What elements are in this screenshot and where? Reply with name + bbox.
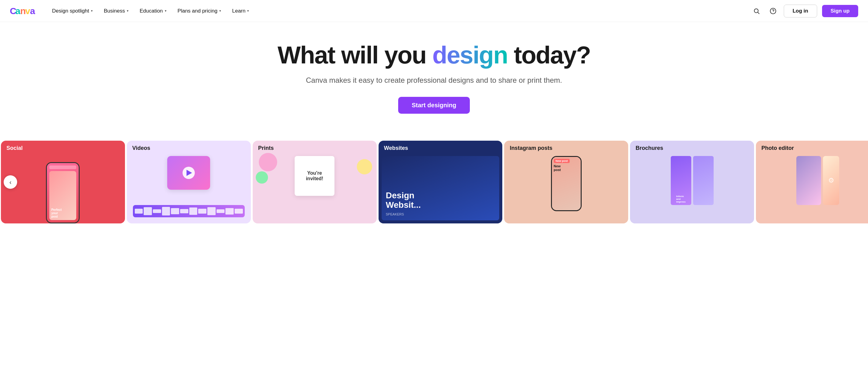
login-label: Log in bbox=[793, 8, 808, 14]
logo[interactable]: C a n v a bbox=[10, 5, 37, 17]
svg-text:a: a bbox=[15, 6, 21, 16]
card-instagram-label: Instagram posts bbox=[504, 141, 628, 156]
nav-education-label: Education bbox=[140, 8, 163, 14]
play-button-icon bbox=[183, 167, 195, 179]
photo-editor-main-img bbox=[796, 156, 821, 205]
card-photo-editor[interactable]: Photo editor ⚙ bbox=[756, 141, 868, 223]
card-brochures-label: Brochures bbox=[630, 141, 754, 156]
social-phone-mockup: Perfectyourpost bbox=[46, 162, 80, 223]
search-button[interactable] bbox=[751, 5, 762, 17]
photo-editor-preview: ⚙ bbox=[796, 156, 839, 205]
signup-label: Sign up bbox=[831, 8, 849, 14]
card-instagram-posts[interactable]: Instagram posts New post Newpost bbox=[504, 141, 628, 223]
nav-education[interactable]: Education ▾ bbox=[135, 5, 172, 17]
category-cards-strip: ‹ Social Perfectyourpost Videos bbox=[0, 141, 868, 223]
brochure-page-left: Informandimpress bbox=[671, 156, 691, 205]
nav-plans-pricing-label: Plans and pricing bbox=[178, 8, 217, 14]
sliders-icon: ⚙ bbox=[828, 176, 834, 184]
prints-card-preview: You'reinvited! bbox=[294, 156, 335, 196]
hero-section: What will you design today? Canva makes … bbox=[0, 22, 868, 126]
nav-links: Design spotlight ▾ Business ▾ Education … bbox=[47, 5, 751, 17]
chevron-left-icon: ‹ bbox=[9, 179, 12, 186]
card-brochures[interactable]: Brochures Informandimpress bbox=[630, 141, 754, 223]
svg-text:v: v bbox=[25, 6, 30, 16]
card-photo-editor-label: Photo editor bbox=[756, 141, 868, 156]
instagram-phone-mockup: New post Newpost bbox=[551, 156, 582, 211]
card-prints[interactable]: Prints You'reinvited! bbox=[253, 141, 377, 223]
svg-text:a: a bbox=[30, 6, 35, 16]
nav-business[interactable]: Business ▾ bbox=[99, 5, 133, 17]
brochure-text-left: Informandimpress bbox=[676, 195, 686, 203]
instagram-text: Newpost bbox=[554, 164, 579, 172]
nav-learn[interactable]: Learn ▾ bbox=[227, 5, 254, 17]
card-websites-label: Websites bbox=[378, 141, 503, 156]
card-social[interactable]: Social Perfectyourpost bbox=[1, 141, 125, 223]
nav-actions: Log in Sign up bbox=[751, 5, 858, 18]
nav-education-chevron: ▾ bbox=[165, 9, 166, 13]
nav-business-label: Business bbox=[104, 8, 125, 14]
photo-editor-side-panel: ⚙ bbox=[823, 156, 839, 205]
search-icon bbox=[753, 8, 760, 15]
instagram-tag: New post bbox=[554, 159, 570, 163]
card-websites[interactable]: Websites DesignWebsit... SPEAKERS bbox=[378, 141, 503, 223]
help-button[interactable] bbox=[767, 5, 779, 17]
nav-plans-pricing[interactable]: Plans and pricing ▾ bbox=[173, 5, 226, 17]
brochure-preview: Informandimpress bbox=[671, 156, 714, 205]
nav-learn-chevron: ▾ bbox=[247, 9, 249, 13]
hero-title-part1: What will you bbox=[278, 41, 432, 69]
canva-logo-svg: C a n v a bbox=[10, 5, 37, 17]
prints-decor-circle3 bbox=[357, 159, 372, 174]
nav-design-spotlight-label: Design spotlight bbox=[52, 8, 89, 14]
login-button[interactable]: Log in bbox=[784, 5, 817, 18]
nav-learn-label: Learn bbox=[232, 8, 245, 14]
card-prints-label: Prints bbox=[253, 141, 377, 156]
main-nav: C a n v a Design spotlight ▾ Business ▾ … bbox=[0, 0, 868, 22]
cta-start-designing[interactable]: Start designing bbox=[398, 97, 470, 114]
card-videos[interactable]: Videos bbox=[127, 141, 251, 223]
cta-label: Start designing bbox=[412, 102, 456, 109]
brochure-page-right bbox=[693, 156, 714, 205]
strip-prev-button[interactable]: ‹ bbox=[4, 175, 17, 189]
prints-decor-circle1 bbox=[259, 153, 277, 171]
signup-button[interactable]: Sign up bbox=[822, 5, 858, 17]
hero-title-highlight: design bbox=[432, 41, 508, 69]
nav-business-chevron: ▾ bbox=[127, 9, 129, 13]
svg-line-6 bbox=[758, 12, 759, 14]
waveform-visual bbox=[133, 205, 245, 217]
nav-plans-pricing-chevron: ▾ bbox=[219, 9, 221, 13]
hero-subtitle: Canva makes it easy to create profession… bbox=[6, 76, 862, 85]
video-preview bbox=[167, 156, 210, 190]
hero-title-part2: today? bbox=[507, 41, 590, 69]
hero-title: What will you design today? bbox=[6, 42, 862, 69]
websites-preview-subtext: SPEAKERS bbox=[386, 212, 495, 216]
card-social-label: Social bbox=[1, 141, 125, 156]
websites-preview-text: DesignWebsit... bbox=[386, 191, 495, 210]
prints-card-text: You'reinvited! bbox=[306, 170, 323, 181]
websites-preview: DesignWebsit... SPEAKERS bbox=[382, 156, 500, 220]
svg-point-5 bbox=[754, 8, 758, 12]
card-videos-label: Videos bbox=[127, 141, 251, 156]
prints-decor-circle2 bbox=[256, 171, 268, 183]
help-icon bbox=[770, 8, 776, 15]
nav-design-spotlight-chevron: ▾ bbox=[91, 9, 93, 13]
nav-design-spotlight[interactable]: Design spotlight ▾ bbox=[47, 5, 98, 17]
